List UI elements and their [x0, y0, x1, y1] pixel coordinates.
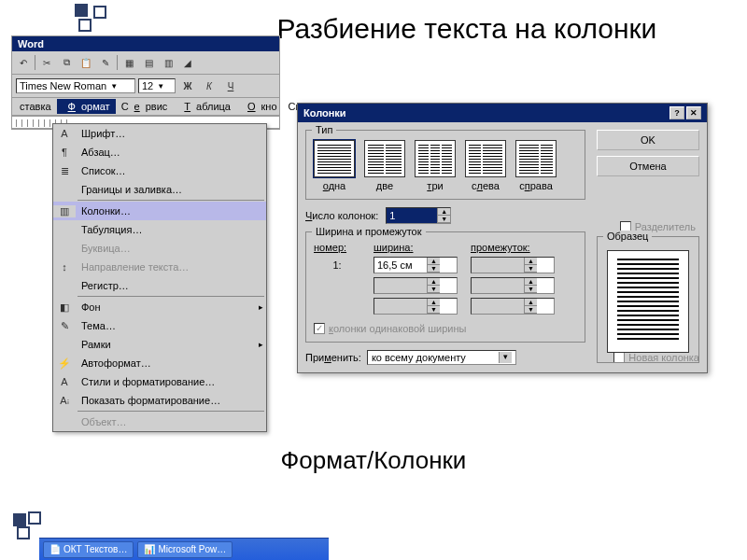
type-right[interactable]: справа — [515, 140, 557, 191]
sample-group: Образец — [597, 236, 699, 363]
ok-button[interactable]: OK — [597, 130, 699, 150]
autoformat-icon: ⚡ — [53, 357, 76, 370]
apply-label: Применить: — [305, 352, 361, 363]
font-icon: A — [53, 128, 76, 139]
submenu-arrow-icon: ▸ — [255, 302, 266, 312]
width-group-label: Ширина и промежуток — [312, 226, 426, 237]
apply-combo[interactable]: ко всему документу▾ — [367, 350, 516, 365]
slide-footer: Формат/Колонки — [0, 446, 747, 475]
undo-icon[interactable]: ↶ — [14, 53, 33, 72]
sample-label: Образец — [603, 231, 652, 242]
menu-separator — [78, 411, 264, 412]
menu-separator — [78, 200, 264, 201]
row3-gap-spinner: ▲▼ — [471, 298, 555, 315]
row1-gap-input — [472, 258, 524, 273]
accent-square — [13, 513, 26, 526]
type-group-label: Тип — [312, 124, 336, 135]
type-three[interactable]: три — [415, 140, 456, 191]
text-direction-icon: ↕ — [53, 261, 76, 273]
menu-item-paragraph[interactable]: ¶Абзац… — [53, 143, 266, 161]
word-app-window: Word ↶ ✂ ⧉ 📋 ✎ ▦ ▤ ▥ ◢ Times New Roman▼ … — [11, 35, 280, 130]
word-toolbar-standard: ↶ ✂ ⧉ 📋 ✎ ▦ ▤ ▥ ◢ — [12, 51, 279, 75]
row3-width-spinner: ▲▼ — [374, 298, 458, 315]
font-name-combo[interactable]: Times New Roman▼ — [16, 78, 135, 93]
ppt-icon: 📊 — [144, 544, 155, 554]
menu-table[interactable]: Таблица — [173, 99, 236, 114]
type-group: Тип одна две три слева — [305, 130, 585, 200]
paste-icon[interactable]: 📋 — [77, 53, 95, 72]
row1-width-spinner[interactable]: ▲▼ — [374, 257, 458, 273]
menu-item-borders[interactable]: Границы и заливка… — [53, 180, 266, 199]
row1-gap-spinner: ▲▼ — [471, 257, 555, 273]
menu-item-font[interactable]: AШрифт… — [53, 124, 266, 143]
menu-window[interactable]: Окно — [236, 99, 283, 114]
underline-button[interactable]: Ч — [221, 77, 240, 95]
insert-table-icon[interactable]: ▦ — [120, 53, 138, 72]
font-name-value: Times New Roman — [20, 80, 106, 91]
format-painter-icon[interactable]: ✎ — [96, 53, 115, 72]
cut-icon[interactable]: ✂ — [37, 53, 56, 72]
dropdown-arrow-icon: ▼ — [110, 82, 118, 91]
paragraph-icon: ¶ — [53, 147, 76, 158]
spin-down-icon[interactable]: ▼ — [438, 216, 450, 223]
list-icon: ≣ — [53, 165, 76, 177]
cancel-button[interactable]: Отмена — [597, 156, 699, 176]
help-button[interactable]: ? — [669, 106, 684, 119]
accent-square — [78, 19, 92, 32]
menu-separator — [78, 296, 264, 297]
menu-item-columns[interactable]: ▥Колонки… — [53, 202, 266, 220]
slide-title: Разбиение текста на колонки — [261, 11, 672, 47]
bucket-icon: ◧ — [53, 301, 76, 314]
format-menu-dropdown: AШрифт… ¶Абзац… ≣Список… Границы и залив… — [52, 123, 267, 432]
menu-item-case[interactable]: Регистр… — [53, 276, 266, 295]
spin-up-icon[interactable]: ▲ — [438, 208, 450, 216]
row1-width-input[interactable] — [374, 258, 427, 273]
menu-item-reveal-formatting[interactable]: AᵢПоказать форматирование… — [53, 391, 266, 410]
row1-number: 1: — [314, 259, 360, 271]
menu-item-theme[interactable]: ✎Тема… — [53, 316, 266, 335]
accent-square — [93, 6, 106, 19]
bold-button[interactable]: Ж — [178, 77, 197, 95]
row2-width-spinner: ▲▼ — [374, 277, 458, 294]
count-input[interactable] — [387, 208, 437, 223]
menu-insert-clipped[interactable]: ставка — [14, 99, 57, 114]
columns-dialog: Колонки ? ✕ OK Отмена Тип одна две — [297, 103, 708, 373]
taskbar-item-powerpoint[interactable]: 📊Microsoft Pow… — [137, 541, 233, 558]
theme-icon: ✎ — [53, 320, 76, 332]
font-size-combo[interactable]: 12▼ — [138, 78, 176, 93]
menu-item-tabs[interactable]: Табуляция… — [53, 220, 266, 239]
styles-icon: A — [53, 376, 76, 387]
columns-icon: ▥ — [53, 205, 76, 217]
type-left[interactable]: слева — [465, 140, 506, 191]
columns-toolbar-icon[interactable]: ▥ — [159, 53, 177, 72]
menu-item-background[interactable]: ◧Фон▸ — [53, 298, 266, 316]
menu-tools[interactable]: Сервис — [116, 99, 174, 114]
hdr-number: номер: — [314, 242, 360, 253]
menu-item-frames[interactable]: Рамки▸ — [53, 335, 266, 354]
submenu-arrow-icon: ▸ — [255, 340, 266, 349]
menu-item-dropcap: Буквица… — [53, 239, 266, 258]
type-one[interactable]: одна — [314, 140, 355, 191]
hdr-gap: промежуток: — [471, 242, 555, 253]
accent-square — [75, 4, 88, 17]
copy-icon[interactable]: ⧉ — [57, 53, 76, 72]
menu-item-autoformat[interactable]: ⚡Автоформат… — [53, 354, 266, 372]
count-spinner[interactable]: ▲▼ — [386, 207, 451, 224]
apply-value: ко всему документу — [372, 352, 466, 363]
menu-item-object: Объект… — [53, 413, 266, 431]
reveal-icon: Aᵢ — [53, 395, 76, 407]
italic-button[interactable]: К — [200, 77, 218, 95]
type-two[interactable]: две — [364, 140, 405, 191]
accent-square — [17, 526, 30, 539]
dialog-titlebar: Колонки ? ✕ — [298, 104, 707, 122]
drawing-icon[interactable]: ◢ — [178, 53, 197, 72]
menu-format[interactable]: Формат — [57, 99, 116, 114]
close-button[interactable]: ✕ — [686, 106, 701, 119]
menu-item-styles[interactable]: AСтили и форматирование… — [53, 372, 266, 391]
accent-square — [28, 511, 41, 525]
menu-item-list[interactable]: ≣Список… — [53, 161, 266, 180]
taskbar-item-word[interactable]: 📄ОКТ Текстов… — [43, 541, 134, 558]
word-doc-icon: 📄 — [49, 544, 61, 554]
hdr-width: ширина: — [374, 242, 458, 253]
insert-excel-icon[interactable]: ▤ — [139, 53, 158, 72]
